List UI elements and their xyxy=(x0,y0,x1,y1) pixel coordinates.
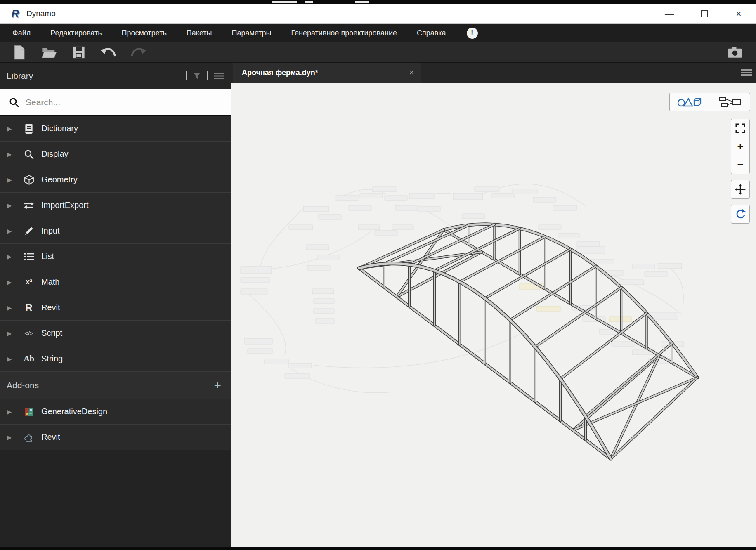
pan-button[interactable] xyxy=(731,180,749,198)
divider xyxy=(207,71,208,80)
search-input[interactable] xyxy=(25,97,231,108)
dynamo-logo-icon: R xyxy=(9,7,21,20)
sidebar-item-display[interactable]: ▶ Display xyxy=(0,141,231,167)
sidebar-item-label: Revit xyxy=(41,432,60,442)
expander-arrow-icon[interactable]: ▶ xyxy=(0,330,19,337)
top-edge-strip xyxy=(0,0,756,4)
zoom-in-button[interactable]: + xyxy=(731,137,749,156)
add-package-button[interactable]: + xyxy=(214,378,221,392)
main-toolbar xyxy=(0,42,756,63)
sidebar-item-math[interactable]: ▶ x² Math xyxy=(0,269,231,295)
sidebar-item-label: Script xyxy=(41,328,62,338)
sidebar-item-geometry[interactable]: ▶ Geometry xyxy=(0,167,231,192)
tab-title: Арочная ферма.dyn* xyxy=(242,68,409,77)
workspace-tab-bar: Арочная ферма.dyn* × xyxy=(231,63,756,83)
minimize-button[interactable]: — xyxy=(652,4,687,24)
open-file-button[interactable] xyxy=(37,44,61,61)
sidebar-item-revit-addon[interactable]: ▶ Revit xyxy=(0,424,231,450)
sidebar-item-dictionary[interactable]: ▶ Dictionary xyxy=(0,116,231,141)
redo-button[interactable] xyxy=(126,44,150,61)
viewport-controls: + − xyxy=(731,119,750,224)
graph-view-icon xyxy=(718,97,742,107)
sidebar-item-label: Display xyxy=(41,149,69,159)
sidebar-item-string[interactable]: ▶ Ab String xyxy=(0,346,231,371)
menu-packages[interactable]: Пакеты xyxy=(177,24,222,42)
filter-funnel-icon[interactable] xyxy=(193,72,201,80)
menu-edit[interactable]: Редактировать xyxy=(40,24,111,42)
zoom-out-button[interactable]: − xyxy=(731,156,749,174)
expander-arrow-icon[interactable]: ▶ xyxy=(0,408,19,415)
menu-generative-design[interactable]: Генеративное проектирование xyxy=(281,24,407,42)
magnifier-icon xyxy=(24,149,34,159)
zoom-fit-button[interactable] xyxy=(731,119,749,137)
search-bar xyxy=(0,89,231,116)
menu-file[interactable]: Файл xyxy=(0,24,40,42)
tab-close-icon[interactable]: × xyxy=(409,67,414,78)
sidebar-item-label: String xyxy=(41,354,63,364)
library-list: ▶ Dictionary ▶ Display ▶ xyxy=(0,116,231,547)
close-button[interactable]: × xyxy=(721,4,756,24)
pan-icon xyxy=(735,184,746,195)
sidebar-item-label: GenerativeDesign xyxy=(41,407,107,416)
view-mode-toggle xyxy=(669,93,750,111)
library-empty-area xyxy=(0,450,231,528)
workspace-canvas[interactable]: + − xyxy=(231,83,756,547)
sidebar-item-input[interactable]: ▶ Input xyxy=(0,218,231,243)
rotate-icon xyxy=(735,209,746,220)
cube-icon xyxy=(24,175,34,185)
divider xyxy=(186,71,187,80)
window-controls: — × xyxy=(652,4,756,24)
graph-view-button[interactable] xyxy=(710,93,750,111)
workspace-tab[interactable]: Арочная ферма.dyn* × xyxy=(233,63,421,83)
fit-view-icon xyxy=(735,123,745,133)
expander-arrow-icon[interactable]: ▶ xyxy=(0,305,19,311)
dynamo-window: R Dynamo — × Файл Редактировать Просмотр… xyxy=(0,0,756,550)
expander-arrow-icon[interactable]: ▶ xyxy=(0,279,19,286)
top-edge-dash xyxy=(272,1,297,3)
expander-arrow-icon[interactable]: ▶ xyxy=(0,228,19,234)
menu-bar: Файл Редактировать Просмотреть Пакеты Па… xyxy=(0,24,756,42)
geometry-view-icon xyxy=(677,97,702,107)
library-header: Library xyxy=(0,63,231,89)
expander-arrow-icon[interactable]: ▶ xyxy=(0,202,19,209)
maximize-icon xyxy=(701,10,708,17)
sidebar-item-generativedesign[interactable]: ▶ GenerativeDesign xyxy=(0,399,231,424)
revit-icon: R xyxy=(25,302,32,314)
expander-arrow-icon[interactable]: ▶ xyxy=(0,177,19,183)
tab-bar-menu-icon[interactable] xyxy=(741,68,752,76)
notification-alert-icon[interactable]: ! xyxy=(467,28,478,39)
menu-help[interactable]: Справка xyxy=(407,24,456,42)
library-menu-icon[interactable] xyxy=(214,72,224,80)
expander-arrow-icon[interactable]: ▶ xyxy=(0,434,19,441)
rotate-button[interactable] xyxy=(731,205,749,223)
sidebar-item-label: List xyxy=(41,252,54,261)
list-icon xyxy=(24,252,34,261)
new-file-button[interactable] xyxy=(7,44,31,61)
book-icon xyxy=(24,123,34,134)
title-bar: R Dynamo — × xyxy=(0,4,756,24)
menu-settings[interactable]: Параметры xyxy=(222,24,281,42)
save-button[interactable] xyxy=(67,44,91,61)
sidebar-item-script[interactable]: ▶ </> Script xyxy=(0,320,231,346)
sidebar-item-label: ImportExport xyxy=(41,201,88,210)
export-image-button[interactable] xyxy=(723,44,747,61)
expander-arrow-icon[interactable]: ▶ xyxy=(0,356,19,362)
string-icon: Ab xyxy=(24,354,34,364)
import-export-icon xyxy=(24,201,34,210)
search-icon xyxy=(9,97,19,107)
geometry-view-button[interactable] xyxy=(670,93,710,111)
open-folder-icon xyxy=(41,45,57,59)
expander-arrow-icon[interactable]: ▶ xyxy=(0,125,19,132)
addons-header: Add-ons + xyxy=(0,371,231,399)
maximize-button[interactable] xyxy=(687,4,721,24)
sidebar-item-label: Dictionary xyxy=(41,124,78,133)
sidebar-item-importexport[interactable]: ▶ ImportExport xyxy=(0,192,231,218)
expander-arrow-icon[interactable]: ▶ xyxy=(0,253,19,260)
undo-button[interactable] xyxy=(97,44,120,61)
menu-view[interactable]: Просмотреть xyxy=(112,24,177,42)
save-icon xyxy=(72,45,86,59)
window-title: Dynamo xyxy=(26,9,56,18)
expander-arrow-icon[interactable]: ▶ xyxy=(0,151,19,158)
sidebar-item-revit[interactable]: ▶ R Revit xyxy=(0,295,231,320)
sidebar-item-list[interactable]: ▶ List xyxy=(0,243,231,269)
